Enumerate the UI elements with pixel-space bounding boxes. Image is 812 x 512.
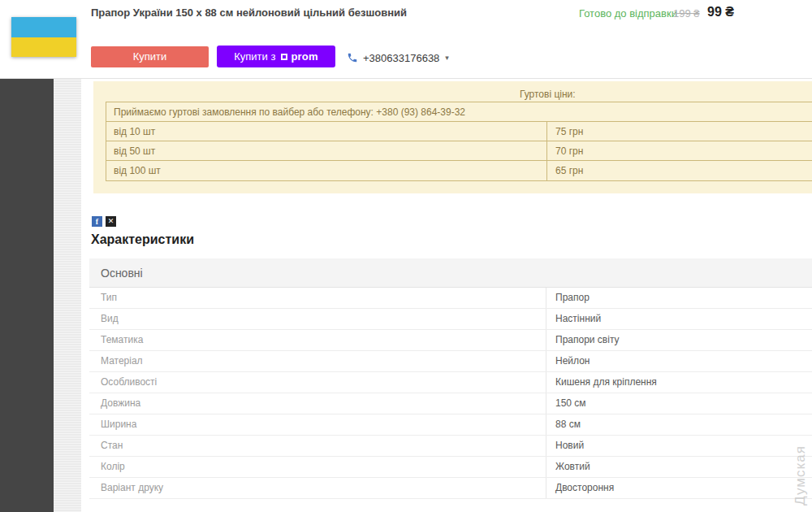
flag-yellow-stripe (11, 37, 76, 57)
availability-status: Готово до відправки (579, 7, 677, 20)
facebook-icon[interactable]: f (92, 216, 102, 227)
social-share: f ✕ (92, 216, 116, 227)
spec-value: 88 см (546, 414, 812, 435)
wholesale-price: 75 грн (547, 122, 812, 141)
table-row: Особливості Кишеня для кріплення (89, 372, 812, 393)
wholesale-price: 65 грн (547, 161, 812, 180)
buy-with-prom-button[interactable]: Купити з prom (217, 46, 335, 67)
table-row: Ширина 88 см (89, 414, 812, 436)
spec-label: Особливості (89, 372, 546, 393)
spec-label: Довжина (89, 393, 546, 414)
prom-logo-icon (281, 54, 287, 60)
page: Гуртові ціни: Приймаємо гуртові замовлен… (0, 0, 812, 512)
spec-value: Прапори світу (546, 330, 812, 350)
product-thumbnail[interactable] (11, 17, 76, 57)
phone-number: +380633176638 (363, 52, 439, 64)
left-sidebar (0, 79, 54, 512)
wholesale-panel: Гуртові ціни: Приймаємо гуртові замовлен… (93, 81, 812, 193)
chevron-down-icon: ▾ (445, 54, 449, 62)
table-row: від 100 шт 65 грн (106, 161, 812, 180)
table-row: від 10 шт 75 грн (106, 122, 812, 141)
spec-label: Вид (89, 309, 546, 329)
phone-dropdown[interactable]: +380633176638 ▾ (347, 50, 449, 66)
wholesale-qty: від 100 шт (106, 161, 547, 180)
characteristics-group-header: Основні (89, 258, 812, 288)
current-price: 99 ₴ (707, 5, 734, 20)
old-price: 199 ₴ (673, 7, 700, 20)
table-row: Тематика Прапори світу (89, 330, 812, 351)
table-row: Вид Настінний (89, 309, 812, 330)
spec-value: Нейлон (546, 351, 812, 371)
spec-label: Ширина (89, 414, 546, 435)
spec-value: Прапор (546, 288, 812, 308)
spec-label: Варіант друку (89, 478, 546, 498)
spec-value: Жовтий (546, 457, 812, 477)
wholesale-title: Гуртові ціни: (520, 89, 576, 100)
wholesale-price: 70 грн (547, 141, 812, 160)
spec-value: Кишеня для кріплення (546, 372, 812, 393)
wholesale-qty: від 50 шт (106, 141, 547, 160)
spec-label: Стан (89, 436, 546, 456)
spec-value: Настінний (546, 309, 812, 329)
spec-value: Новий (546, 436, 812, 456)
table-row: від 50 шт 70 грн (106, 141, 812, 161)
spec-label: Колір (89, 457, 546, 477)
buy-button[interactable]: Купити (91, 46, 209, 67)
characteristics-heading: Характеристики (91, 232, 194, 247)
table-row: Колір Жовтий (89, 457, 812, 478)
wholesale-table: Приймаємо гуртові замовлення по вайбер а… (106, 102, 812, 181)
sticky-buy-header: Прапор України 150 х 88 см нейлоновий ці… (0, 0, 812, 79)
spec-label: Тематика (89, 330, 546, 350)
table-row: Довжина 150 см (89, 393, 812, 414)
spec-label: Матеріал (89, 351, 546, 371)
x-twitter-icon[interactable]: ✕ (106, 216, 116, 227)
site-watermark: Думская (793, 439, 809, 512)
table-row: Матеріал Нейлон (89, 351, 812, 372)
spec-value: 150 см (546, 393, 812, 414)
phone-icon (347, 52, 358, 63)
table-row: Стан Новий (89, 436, 812, 457)
spec-value: Двостороння (546, 478, 812, 498)
table-row: Варіант друку Двостороння (89, 478, 812, 499)
wholesale-note: Приймаємо гуртові замовлення по вайбер а… (106, 102, 812, 122)
characteristics-table: Основні Тип Прапор Вид Настінний Тематик… (89, 258, 812, 499)
table-row: Тип Прапор (89, 288, 812, 309)
product-title: Прапор України 150 х 88 см нейлоновий ці… (91, 7, 407, 19)
buy-with-label: Купити з (234, 46, 275, 67)
page-gutter (54, 79, 81, 512)
flag-blue-stripe (11, 17, 76, 37)
spec-label: Тип (89, 288, 546, 308)
prom-wordmark: prom (291, 46, 317, 67)
wholesale-qty: від 10 шт (106, 122, 547, 141)
